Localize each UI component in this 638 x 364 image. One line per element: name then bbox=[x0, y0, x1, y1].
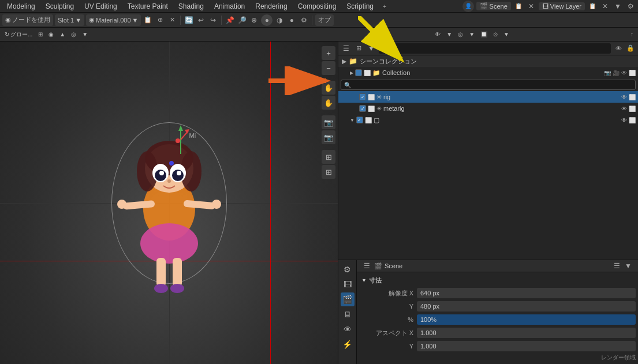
scene-add-icon[interactable]: 📋 bbox=[513, 1, 524, 12]
snap-icon[interactable]: 🔄 bbox=[184, 15, 194, 25]
overlay-snap-icon[interactable]: 🔲 bbox=[478, 29, 490, 40]
outliner-search-input[interactable] bbox=[391, 45, 607, 52]
prop-icon-render[interactable]: 🎬 bbox=[341, 292, 355, 306]
rig-row[interactable]: ✓ ⬜ ✳ rig 👁 ⬜ bbox=[338, 91, 638, 103]
operator-label[interactable]: オプ bbox=[315, 14, 334, 26]
resolution-x-label: 解像度 X bbox=[359, 289, 417, 298]
menu-scripting[interactable]: Scripting bbox=[342, 1, 378, 12]
grid2-button[interactable]: ⊞ bbox=[322, 165, 335, 179]
collection-label: Collection bbox=[382, 69, 410, 76]
overlay-item-2[interactable]: ⊞ bbox=[36, 29, 45, 40]
overlay-gizmo-icon[interactable]: ◎ bbox=[456, 29, 465, 40]
overlay-toggle-icon[interactable]: ▼ bbox=[444, 29, 454, 40]
prop-icon-view[interactable]: 👁 bbox=[341, 322, 355, 336]
menu-sculpting[interactable]: Sculpting bbox=[41, 1, 79, 12]
view-layer-add-icon[interactable]: 📋 bbox=[587, 1, 598, 12]
overlay-eye-icon[interactable]: 👁 bbox=[432, 29, 443, 40]
search-field-input[interactable] bbox=[353, 81, 632, 88]
zoom-in-button[interactable]: + bbox=[322, 46, 335, 60]
overlay-item-1[interactable]: ↻ グロー... bbox=[2, 29, 35, 40]
svg-point-18 bbox=[170, 284, 184, 293]
view-layer-selector[interactable]: 🎞 View Layer bbox=[539, 2, 585, 10]
outliner-restrict-icon[interactable]: 🔒 bbox=[625, 43, 636, 54]
menu-add-workspace[interactable]: + bbox=[379, 2, 390, 11]
outliner-menu-icon[interactable]: ☰ bbox=[341, 43, 351, 54]
scene-selector[interactable]: 🎬 Scene bbox=[476, 2, 511, 10]
collection-hide-icon: ⬜ bbox=[629, 70, 636, 76]
scene-collection-row[interactable]: ▶ 📁 シーンコレクション bbox=[338, 55, 638, 67]
rendered-icon[interactable]: ● bbox=[286, 15, 297, 25]
grid-button[interactable]: ⊞ bbox=[322, 150, 335, 164]
grab-button[interactable]: ✋ bbox=[322, 81, 335, 95]
center-icon[interactable]: ⊕ bbox=[249, 15, 259, 25]
material-label: Material.000 bbox=[96, 17, 131, 24]
zoom-all-icon[interactable]: 🔎 bbox=[237, 15, 247, 25]
collection-checkbox[interactable] bbox=[355, 69, 362, 76]
aspect-x-value[interactable]: 1.000 bbox=[417, 328, 636, 338]
menu-modeling[interactable]: Modeling bbox=[2, 1, 40, 12]
prop-icon-extra[interactable]: ⚡ bbox=[341, 337, 355, 351]
slot-selector[interactable]: Slot 1 ▼ bbox=[55, 14, 84, 26]
prop-icon-settings[interactable]: ⚙ bbox=[341, 262, 355, 276]
menu-rendering[interactable]: Rendering bbox=[251, 1, 292, 12]
pin-icon[interactable]: 📌 bbox=[225, 15, 235, 25]
aspect-y-value[interactable]: 1.000 bbox=[417, 341, 636, 351]
overlay-gizmo-toggle[interactable]: ▼ bbox=[467, 29, 477, 40]
viewport-3d[interactable]: + − ✋ ✋ 📷 📷 ⊞ ⊞ Mi bbox=[0, 42, 338, 364]
nested-row[interactable]: ▼ ✓ ⬜ ▢ 👁 ⬜ bbox=[338, 114, 638, 126]
user-icon[interactable]: 👤 bbox=[462, 1, 474, 12]
nodes-toggle[interactable]: ◉ ノードを使用 bbox=[2, 14, 53, 26]
outliner-panel: ☰ ⊞ ▼ 🔍 👁 🔒 ▶ 📁 シーンコレクション bbox=[338, 42, 638, 260]
resolution-y-value[interactable]: 480 px bbox=[417, 301, 636, 312]
menu-compositing[interactable]: Compositing bbox=[293, 1, 341, 12]
rig-checkbox[interactable]: ✓ bbox=[359, 93, 366, 100]
prop-menu-icon[interactable]: ☰ bbox=[361, 261, 372, 271]
prop-filter-icon[interactable]: ▼ bbox=[623, 261, 633, 271]
nested-eye-icon: 👁 bbox=[621, 117, 627, 123]
collection-row[interactable]: ▶ ⬜ 📁 Collection 📷 🎥 👁 ⬜ bbox=[338, 67, 638, 78]
prop-icon-scene[interactable]: 🎞 bbox=[341, 277, 355, 291]
overlay-falloff-icon[interactable]: ▼ bbox=[501, 29, 512, 40]
dimensions-section[interactable]: ▼ 寸法 bbox=[359, 275, 636, 286]
prop-icon-output[interactable]: 🖥 bbox=[341, 307, 355, 321]
material-preview-icon[interactable]: ◑ bbox=[274, 15, 285, 25]
grab2-button[interactable]: ✋ bbox=[322, 96, 335, 110]
overlay-item-6[interactable]: ▼ bbox=[80, 29, 90, 40]
material-delete-icon[interactable]: ✕ bbox=[167, 15, 177, 25]
undo-icon[interactable]: ↩ bbox=[196, 15, 206, 25]
menu-shading[interactable]: Shading bbox=[174, 1, 208, 12]
view-layer-options-icon[interactable]: ✕ bbox=[600, 1, 610, 12]
sphere-icon[interactable]: ● bbox=[261, 14, 273, 26]
properties-sidebar: ⚙ 🎞 🎬 🖥 👁 ⚡ bbox=[338, 260, 357, 364]
filter-icon[interactable]: ▼ bbox=[613, 1, 623, 12]
outliner-eye-icon[interactable]: 👁 bbox=[613, 43, 624, 54]
overlay-proportional-icon[interactable]: ⊙ bbox=[491, 29, 500, 40]
settings-icon[interactable]: ⚙ bbox=[625, 1, 636, 12]
menu-animation[interactable]: Animation bbox=[210, 1, 249, 12]
resolution-pct-value[interactable]: 100% bbox=[417, 314, 636, 325]
outliner-filter-icon[interactable]: ▼ bbox=[366, 43, 376, 54]
material-selector[interactable]: ◉ Material.000 ▼ bbox=[86, 14, 141, 26]
zoom-out-button[interactable]: − bbox=[322, 61, 335, 75]
nested-checkbox[interactable]: ✓ bbox=[356, 117, 363, 123]
resolution-pct-label: % bbox=[359, 316, 417, 323]
prop-list-icon[interactable]: ☰ bbox=[611, 261, 622, 271]
camera-button[interactable]: 📷 bbox=[322, 115, 335, 129]
camera2-button[interactable]: 📷 bbox=[322, 130, 335, 144]
search-highlight-row: 🔍 bbox=[341, 80, 636, 90]
menu-texture-paint[interactable]: Texture Paint bbox=[123, 1, 173, 12]
overlay-item-5[interactable]: ◎ bbox=[69, 29, 79, 40]
overlay-up-icon[interactable]: ↑ bbox=[628, 29, 636, 40]
material-copy-icon[interactable]: ⊕ bbox=[155, 15, 165, 25]
redo-icon[interactable]: ↪ bbox=[208, 15, 218, 25]
overlay-item-4[interactable]: ▲ bbox=[57, 29, 68, 40]
scene-options-icon[interactable]: ✕ bbox=[526, 1, 536, 12]
metarig-row[interactable]: ✓ ⬜ ✳ metarig 👁 ⬜ bbox=[338, 103, 638, 114]
overlay-item-3[interactable]: ◉ bbox=[46, 29, 56, 40]
outliner-grid-icon[interactable]: ⊞ bbox=[353, 43, 364, 54]
menu-uv-editing[interactable]: UV Editing bbox=[80, 1, 122, 12]
metarig-checkbox[interactable]: ✓ bbox=[359, 105, 366, 112]
resolution-x-value[interactable]: 640 px bbox=[417, 288, 636, 298]
material-new-icon[interactable]: 📋 bbox=[143, 15, 153, 25]
settings2-icon[interactable]: ⚙ bbox=[299, 15, 309, 25]
